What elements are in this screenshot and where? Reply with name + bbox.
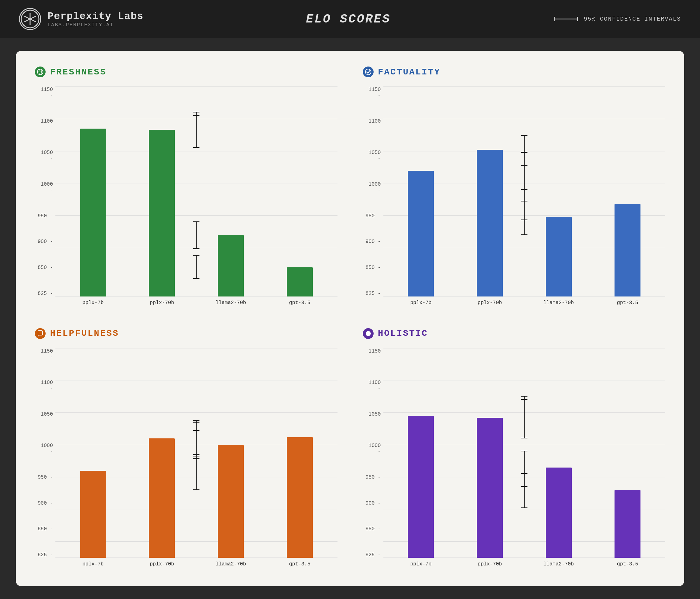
- holistic-title: HOLISTIC: [378, 329, 428, 338]
- freshness-header: FRESHNESS: [35, 67, 338, 77]
- bar-x-label: llama2-70b: [543, 561, 575, 567]
- bar-x-label: pplx-7b: [77, 561, 109, 567]
- bar-group: [474, 349, 506, 558]
- freshness-icon: [35, 67, 46, 77]
- y-axis-label: 1150 -: [35, 349, 55, 360]
- bar-group: [77, 87, 109, 296]
- bar-x-label: gpt-3.5: [284, 561, 316, 567]
- bar-x-label: pplx-70b: [146, 561, 178, 567]
- logo-subtitle: LABS.PERPLEXITY.AI: [48, 22, 144, 28]
- header: Perplexity Labs LABS.PERPLEXITY.AI ELO S…: [0, 0, 700, 38]
- y-axis-label: 900 -: [363, 501, 383, 506]
- y-axis-label: 1000 -: [35, 443, 55, 454]
- bar-x-label: pplx-7b: [405, 561, 436, 567]
- bar-group: [215, 349, 247, 558]
- bar-x-label: pplx-7b: [77, 300, 109, 306]
- bar: [408, 416, 434, 558]
- y-axis-label: 1050 -: [363, 411, 383, 423]
- confidence-interval-label: 95% CONFIDENCE INTERVALS: [584, 16, 681, 22]
- elo-scores-title: ELO SCORES: [306, 13, 391, 26]
- bar: [80, 128, 106, 296]
- bar-x-label: llama2-70b: [215, 300, 247, 306]
- main-content: FRESHNESS 825 -850 -900 -950 -1000 -1050…: [0, 38, 700, 599]
- confidence-interval-icon: [553, 15, 579, 23]
- header-right: 95% CONFIDENCE INTERVALS: [553, 15, 681, 23]
- bar: [218, 235, 244, 296]
- bar-x-label: pplx-70b: [474, 561, 506, 567]
- helpfulness-header: HELPFULNESS: [35, 328, 338, 339]
- factuality-title: FACTUALITY: [378, 67, 441, 77]
- bar-x-label: gpt-3.5: [284, 300, 316, 306]
- bar: [218, 445, 244, 558]
- y-axis-label: 825 -: [363, 552, 383, 558]
- header-center: ELO SCORES: [144, 13, 553, 26]
- bar-x-label: llama2-70b: [215, 561, 247, 567]
- helpfulness-chart-area: 825 -850 -900 -950 -1000 -1050 -1100 -11…: [35, 345, 338, 571]
- logo-icon: [19, 8, 41, 30]
- bar-group: [612, 349, 643, 558]
- y-axis-label: 1050 -: [363, 150, 383, 161]
- y-axis-label: 950 -: [363, 475, 383, 480]
- bar: [615, 490, 641, 558]
- helpfulness-title: HELPFULNESS: [50, 329, 119, 338]
- y-axis-label: 900 -: [35, 501, 55, 506]
- y-axis-label: 850 -: [35, 265, 55, 270]
- bar-x-label: pplx-7b: [405, 300, 436, 306]
- bar: [149, 130, 175, 296]
- bar-x-label: llama2-70b: [543, 300, 575, 306]
- y-axis-label: 900 -: [35, 239, 55, 244]
- y-axis-label: 950 -: [35, 213, 55, 219]
- bar-x-label: pplx-70b: [146, 300, 178, 306]
- bar-x-label: pplx-70b: [474, 300, 506, 306]
- bar-group: [215, 87, 247, 296]
- y-axis-label: 850 -: [35, 526, 55, 532]
- holistic-chart: HOLISTIC 825 -850 -900 -950 -1000 -1050 …: [363, 328, 666, 571]
- bar-group: [405, 87, 436, 296]
- helpfulness-chart: HELPFULNESS 825 -850 -900 -950 -1000 -10…: [35, 328, 338, 571]
- charts-container: FRESHNESS 825 -850 -900 -950 -1000 -1050…: [16, 51, 684, 586]
- bar-group: [146, 349, 178, 558]
- svg-point-10: [365, 69, 371, 75]
- bar-group: [612, 87, 643, 296]
- bar-group: [284, 349, 316, 558]
- y-axis-label: 1000 -: [363, 182, 383, 193]
- bar: [287, 267, 313, 296]
- bar: [149, 438, 175, 558]
- bar-group: [405, 349, 436, 558]
- holistic-icon: [363, 328, 374, 339]
- bar-x-label: gpt-3.5: [612, 561, 643, 567]
- y-axis-label: 1150 -: [35, 87, 55, 98]
- bar-group: [543, 87, 575, 296]
- y-axis-label: 825 -: [35, 291, 55, 296]
- bar: [287, 437, 313, 558]
- bar: [477, 150, 503, 296]
- y-axis-label: 850 -: [363, 265, 383, 270]
- y-axis-label: 950 -: [363, 213, 383, 219]
- factuality-chart: FACTUALITY 825 -850 -900 -950 -1000 -105…: [363, 67, 666, 309]
- bar-group: [284, 87, 316, 296]
- y-axis-label: 900 -: [363, 239, 383, 244]
- y-axis-label: 1100 -: [35, 118, 55, 130]
- factuality-chart-area: 825 -850 -900 -950 -1000 -1050 -1100 -11…: [363, 83, 666, 309]
- bar-group: [543, 349, 575, 558]
- y-axis-label: 1050 -: [35, 411, 55, 423]
- bar: [477, 418, 503, 558]
- y-axis-label: 825 -: [363, 291, 383, 296]
- y-axis-label: 1100 -: [363, 118, 383, 130]
- bar-group: [77, 349, 109, 558]
- holistic-header: HOLISTIC: [363, 328, 666, 339]
- freshness-chart: FRESHNESS 825 -850 -900 -950 -1000 -1050…: [35, 67, 338, 309]
- y-axis-label: 825 -: [35, 552, 55, 558]
- y-axis-label: 1050 -: [35, 150, 55, 161]
- logo-text: Perplexity Labs LABS.PERPLEXITY.AI: [48, 10, 144, 28]
- factuality-icon: [363, 67, 374, 77]
- y-axis-label: 1100 -: [363, 380, 383, 391]
- bar: [615, 204, 641, 296]
- y-axis-label: 1150 -: [363, 349, 383, 360]
- bar: [408, 171, 434, 296]
- helpfulness-icon: [35, 328, 46, 339]
- y-axis-label: 1150 -: [363, 87, 383, 98]
- bar-group: [474, 87, 506, 296]
- logo-title: Perplexity Labs: [48, 10, 144, 22]
- freshness-chart-area: 825 -850 -900 -950 -1000 -1050 -1100 -11…: [35, 83, 338, 309]
